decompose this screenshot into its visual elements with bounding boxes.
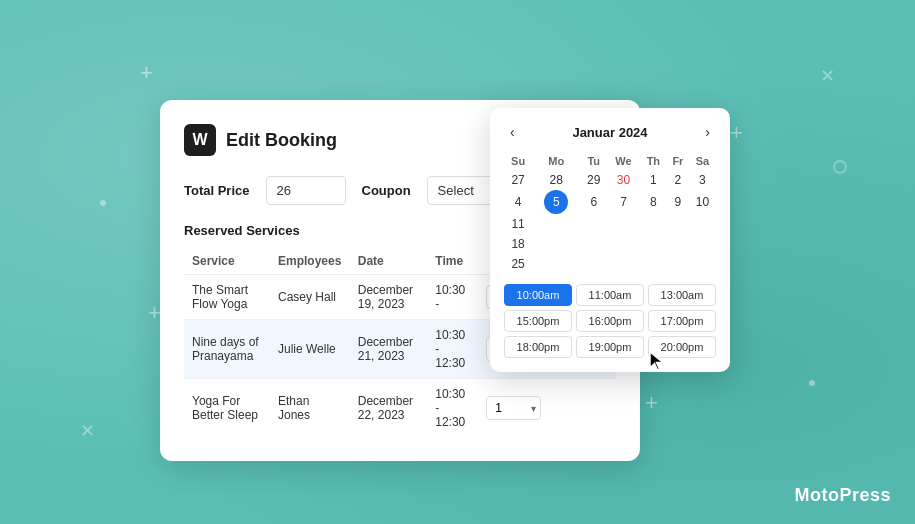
- cal-cell[interactable]: 8: [640, 190, 667, 214]
- cal-week-3: 11: [504, 214, 716, 234]
- cal-cell[interactable]: [689, 254, 716, 274]
- cal-cell[interactable]: 6: [580, 190, 607, 214]
- cal-day-fr: Fr: [667, 152, 689, 170]
- time-slot-1500[interactable]: 15:00pm: [504, 310, 572, 332]
- service-time: 10:30 -: [427, 275, 478, 320]
- cal-cell[interactable]: 7: [607, 190, 640, 214]
- service-time-2: 10:30 - 12:30: [427, 320, 478, 379]
- coupon-label: Coupon: [362, 183, 411, 198]
- cal-week-5: 25: [504, 254, 716, 274]
- employee-name: Casey Hall: [270, 275, 350, 320]
- cal-cell[interactable]: [689, 214, 716, 234]
- cal-day-su: Su: [504, 152, 532, 170]
- card-title: Edit Booking: [226, 130, 337, 151]
- time-slot-1100[interactable]: 11:00am: [576, 284, 644, 306]
- wp-logo: W: [184, 124, 216, 156]
- cal-cell[interactable]: 30: [607, 170, 640, 190]
- time-slot-2000[interactable]: 20:00pm: [648, 336, 716, 358]
- action-cell-3: [549, 379, 616, 438]
- prev-month-button[interactable]: ‹: [504, 122, 521, 142]
- service-date-3: December 22, 2023: [350, 379, 428, 438]
- cal-cell[interactable]: [580, 254, 607, 274]
- cal-cell[interactable]: [580, 214, 607, 234]
- deco-plus-4: +: [730, 120, 743, 146]
- cal-cell[interactable]: 27: [504, 170, 532, 190]
- cal-cell[interactable]: [532, 254, 580, 274]
- cal-week-2: 4 5 6 7 8 9 10: [504, 190, 716, 214]
- qty-cell-3: 1: [478, 379, 549, 438]
- total-price-label: Total Price: [184, 183, 250, 198]
- cal-cell[interactable]: [667, 214, 689, 234]
- service-date-2: December 21, 2023: [350, 320, 428, 379]
- calendar-header: ‹ Januar 2024 ›: [504, 122, 716, 142]
- total-price-input[interactable]: [266, 176, 346, 205]
- calendar-grid: Su Mo Tu We Th Fr Sa 27 28 29 30 1 2 3 4…: [504, 152, 716, 274]
- col-service: Service: [184, 248, 270, 275]
- time-slots-grid: 10:00am 11:00am 13:00am 15:00pm 16:00pm …: [504, 284, 716, 358]
- employee-name-2: Julie Welle: [270, 320, 350, 379]
- cal-cell-today[interactable]: 5: [532, 190, 580, 214]
- cal-cell[interactable]: 1: [640, 170, 667, 190]
- time-slot-1700[interactable]: 17:00pm: [648, 310, 716, 332]
- deco-x-1: ✕: [820, 65, 835, 87]
- table-row-3: Yoga For Better Sleep Ethan Jones Decemb…: [184, 379, 616, 438]
- cal-cell[interactable]: 3: [689, 170, 716, 190]
- calendar-month-title: Januar 2024: [572, 125, 647, 140]
- deco-plus-1: +: [140, 60, 153, 86]
- service-date: December 19, 2023: [350, 275, 428, 320]
- deco-x-2: ✕: [80, 420, 95, 442]
- cal-day-sa: Sa: [689, 152, 716, 170]
- cal-cell[interactable]: 10: [689, 190, 716, 214]
- cal-weekdays-row: Su Mo Tu We Th Fr Sa: [504, 152, 716, 170]
- cal-week-1: 27 28 29 30 1 2 3: [504, 170, 716, 190]
- time-slot-1000[interactable]: 10:00am: [504, 284, 572, 306]
- deco-plus-3: +: [645, 390, 658, 416]
- deco-circle-1: [833, 160, 847, 174]
- cal-cell[interactable]: 11: [504, 214, 532, 234]
- cal-week-4: 18: [504, 234, 716, 254]
- calendar-popup: ‹ Januar 2024 › Su Mo Tu We Th Fr Sa 27 …: [490, 108, 730, 372]
- cal-cell[interactable]: 2: [667, 170, 689, 190]
- deco-dot-2: [100, 200, 106, 206]
- service-name-2: Nine days of Pranayama: [184, 320, 270, 379]
- cal-cell[interactable]: 9: [667, 190, 689, 214]
- cal-cell[interactable]: [607, 234, 640, 254]
- cal-cell[interactable]: [640, 214, 667, 234]
- qty-wrapper-3: 1: [486, 396, 541, 420]
- col-date: Date: [350, 248, 428, 275]
- time-slot-1800[interactable]: 18:00pm: [504, 336, 572, 358]
- time-slot-1300[interactable]: 13:00am: [648, 284, 716, 306]
- cal-cell[interactable]: [667, 254, 689, 274]
- service-time-3: 10:30 - 12:30: [427, 379, 478, 438]
- qty-select-3[interactable]: 1: [486, 396, 541, 420]
- cal-cell[interactable]: [607, 214, 640, 234]
- cal-cell[interactable]: [607, 254, 640, 274]
- employee-name-3: Ethan Jones: [270, 379, 350, 438]
- cal-cell[interactable]: [580, 234, 607, 254]
- cal-day-mo: Mo: [532, 152, 580, 170]
- service-name: The Smart Flow Yoga: [184, 275, 270, 320]
- cal-cell[interactable]: [532, 234, 580, 254]
- cal-cell[interactable]: 4: [504, 190, 532, 214]
- cal-cell[interactable]: 25: [504, 254, 532, 274]
- cal-cell[interactable]: [640, 234, 667, 254]
- next-month-button[interactable]: ›: [699, 122, 716, 142]
- cal-day-th: Th: [640, 152, 667, 170]
- motopress-logo: MotoPress: [794, 485, 891, 506]
- cal-cell[interactable]: 28: [532, 170, 580, 190]
- time-slot-1900[interactable]: 19:00pm: [576, 336, 644, 358]
- cal-cell[interactable]: [667, 234, 689, 254]
- cal-cell[interactable]: [689, 234, 716, 254]
- cal-cell[interactable]: 29: [580, 170, 607, 190]
- cal-cell[interactable]: [532, 214, 580, 234]
- deco-dot-1: [809, 380, 815, 386]
- col-time: Time: [427, 248, 478, 275]
- cal-day-tu: Tu: [580, 152, 607, 170]
- col-employees: Employees: [270, 248, 350, 275]
- time-slot-1600[interactable]: 16:00pm: [576, 310, 644, 332]
- cal-cell[interactable]: 18: [504, 234, 532, 254]
- cal-cell[interactable]: [640, 254, 667, 274]
- service-name-3: Yoga For Better Sleep: [184, 379, 270, 438]
- deco-plus-2: +: [148, 300, 161, 326]
- cal-day-we: We: [607, 152, 640, 170]
